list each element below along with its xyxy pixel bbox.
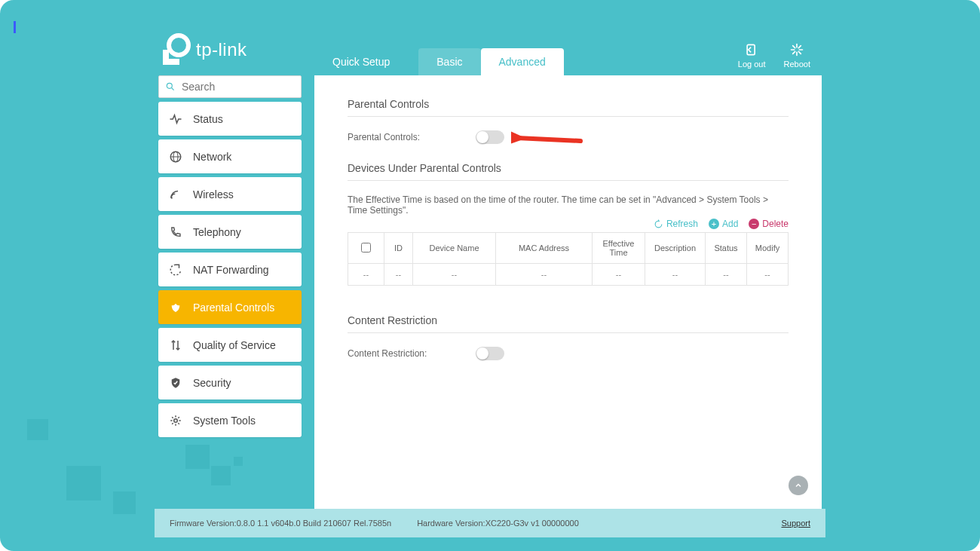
- sidebar-item-system-tools[interactable]: System Tools: [158, 403, 302, 437]
- cell: --: [384, 264, 413, 286]
- selection-indicator: [14, 21, 16, 33]
- cell: --: [496, 264, 593, 286]
- decor: [66, 466, 101, 500]
- reboot-icon: [789, 42, 804, 57]
- sidebar-item-label: Wireless: [193, 188, 234, 201]
- svg-line-9: [799, 51, 801, 54]
- footer-left: Firmware Version:0.8.0 1.1 v604b.0 Build…: [170, 519, 579, 528]
- parental-icon: [169, 301, 182, 314]
- top-tabs: Quick Setup Basic Advanced: [314, 48, 564, 75]
- decor: [185, 445, 210, 469]
- svg-point-20: [174, 418, 178, 422]
- sidebar-item-qos[interactable]: Quality of Service: [158, 328, 302, 362]
- sidebar-item-label: Network: [193, 151, 231, 163]
- refresh-button[interactable]: Refresh: [654, 219, 698, 229]
- reboot-button[interactable]: Reboot: [784, 42, 810, 69]
- tab-quick-setup[interactable]: Quick Setup: [314, 48, 408, 75]
- main-panel: Parental Controls Parental Controls: Dev…: [314, 75, 822, 509]
- refresh-icon: [654, 219, 663, 229]
- status-icon: [169, 112, 182, 126]
- footer: Firmware Version:0.8.0 1.1 v604b.0 Build…: [155, 509, 825, 537]
- cell: --: [348, 264, 384, 286]
- cell: --: [706, 264, 747, 286]
- search-box[interactable]: [158, 75, 302, 98]
- th-effective-time: Effective Time: [593, 233, 645, 264]
- th-device-name: Device Name: [413, 233, 496, 264]
- toggle-knob: [476, 347, 488, 360]
- content-restriction-row: Content Restriction:: [348, 347, 789, 360]
- search-icon: [165, 81, 176, 93]
- devices-table: ID Device Name MAC Address Effective Tim…: [348, 232, 789, 286]
- sidebar-item-label: Telephony: [193, 226, 241, 238]
- chevron-up-icon: [794, 481, 803, 490]
- telephony-icon: [169, 225, 182, 239]
- section-devices-title: Devices Under Parental Controls: [348, 162, 789, 181]
- svg-point-0: [169, 35, 188, 55]
- table-row: -- -- -- -- -- -- -- --: [348, 264, 789, 286]
- svg-point-12: [167, 83, 172, 88]
- decor: [211, 466, 231, 485]
- content-restriction-section: Content Restriction Content Restriction:: [348, 314, 789, 360]
- tab-basic[interactable]: Basic: [418, 48, 480, 75]
- th-id: ID: [384, 233, 413, 264]
- svg-rect-2: [163, 59, 179, 65]
- th-status: Status: [706, 233, 747, 264]
- th-description: Description: [645, 233, 706, 264]
- table-header-row: ID Device Name MAC Address Effective Tim…: [348, 233, 789, 264]
- sidebar-item-telephony[interactable]: Telephony: [158, 215, 302, 249]
- sidebar-item-security[interactable]: Security: [158, 366, 302, 399]
- decor: [234, 457, 243, 466]
- table-actions: Refresh + Add − Delete: [348, 219, 789, 229]
- sidebar-item-wireless[interactable]: Wireless: [158, 177, 302, 211]
- app-frame: tp-link Quick Setup Basic Advanced Log o…: [0, 0, 980, 551]
- content-restriction-toggle[interactable]: [476, 347, 504, 360]
- tools-icon: [169, 414, 182, 427]
- security-icon: [169, 376, 182, 390]
- svg-point-17: [171, 197, 173, 198]
- select-all-checkbox[interactable]: [361, 243, 371, 253]
- cell: --: [645, 264, 706, 286]
- parental-controls-label: Parental Controls:: [348, 132, 476, 142]
- delete-button[interactable]: − Delete: [749, 219, 789, 229]
- brand-name: tp-link: [196, 39, 247, 60]
- logout-button[interactable]: Log out: [738, 42, 766, 69]
- decor: [113, 491, 136, 514]
- sidebar: Status Network Wireless Telephony NAT Fo…: [158, 75, 302, 437]
- svg-line-11: [793, 51, 795, 54]
- add-button[interactable]: + Add: [709, 219, 738, 229]
- sidebar-item-nat-forwarding[interactable]: NAT Forwarding: [158, 253, 302, 286]
- add-label: Add: [722, 219, 738, 229]
- delete-icon: −: [749, 219, 759, 229]
- sidebar-item-label: System Tools: [193, 415, 256, 427]
- sidebar-item-label: Parental Controls: [193, 302, 274, 314]
- devices-helper-text: The Effective Time is based on the time …: [348, 194, 789, 216]
- network-icon: [169, 150, 182, 164]
- parental-controls-toggle[interactable]: [476, 130, 504, 144]
- sidebar-item-network[interactable]: Network: [158, 139, 302, 173]
- wireless-icon: [169, 188, 182, 201]
- brand-logo: tp-link: [158, 33, 247, 66]
- svg-line-8: [793, 46, 795, 48]
- top-actions: Log out Reboot: [738, 42, 810, 69]
- firmware-version: Firmware Version:0.8.0 1.1 v604b.0 Build…: [170, 519, 391, 528]
- sidebar-item-parental-controls[interactable]: Parental Controls: [158, 290, 302, 324]
- cell: --: [747, 264, 789, 286]
- sidebar-item-label: Status: [193, 113, 223, 125]
- hardware-version: Hardware Version:XC220-G3v v1 00000000: [417, 519, 579, 528]
- add-icon: +: [709, 219, 719, 229]
- svg-line-13: [172, 88, 174, 90]
- toggle-knob: [476, 131, 488, 143]
- select-all-header: [348, 233, 384, 264]
- reboot-label: Reboot: [784, 60, 810, 69]
- sidebar-item-status[interactable]: Status: [158, 102, 302, 136]
- support-link[interactable]: Support: [781, 519, 810, 528]
- th-modify: Modify: [747, 233, 789, 264]
- scroll-to-top-button[interactable]: [789, 476, 808, 495]
- nat-icon: [169, 263, 182, 277]
- search-input[interactable]: [182, 81, 295, 93]
- section-content-restriction-title: Content Restriction: [348, 314, 789, 333]
- tab-advanced[interactable]: Advanced: [481, 48, 564, 75]
- tp-link-logo-icon: [158, 33, 191, 66]
- th-mac: MAC Address: [496, 233, 593, 264]
- svg-line-10: [799, 46, 801, 48]
